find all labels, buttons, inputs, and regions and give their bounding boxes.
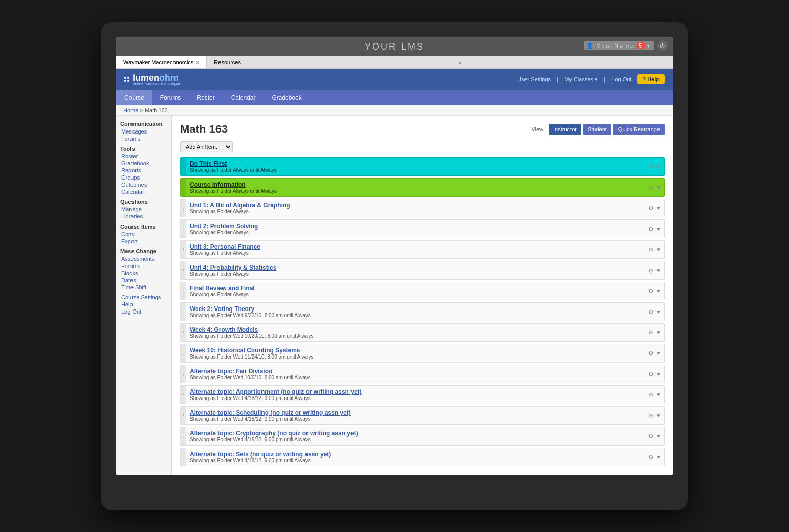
course-item-title-11[interactable]: Alternate topic: Apportionment (no quiz … xyxy=(190,388,641,395)
nav-forums[interactable]: Forums xyxy=(152,90,189,105)
chevron-down-icon-10[interactable]: ▼ xyxy=(656,371,661,377)
gear-icon-7[interactable]: ⚙ xyxy=(648,308,654,316)
sidebar-link-help[interactable]: Help xyxy=(120,301,167,307)
drag-handle-8[interactable]: ⋮ xyxy=(181,324,186,341)
drag-handle-14[interactable]: ⋮ xyxy=(181,448,186,466)
sidebar-link-logout[interactable]: Log Out xyxy=(120,308,167,315)
gear-icon-8[interactable]: ⚙ xyxy=(648,329,654,336)
sidebar-link-outcomes[interactable]: Outcomes xyxy=(120,182,167,188)
chevron-down-icon-8[interactable]: ▼ xyxy=(656,330,661,335)
gear-icon-0[interactable]: ⚙ xyxy=(648,163,654,170)
sidebar-link-reports[interactable]: Reports xyxy=(120,167,167,173)
chevron-down-icon-3[interactable]: ▼ xyxy=(656,226,661,232)
gear-icon-12[interactable]: ⚙ xyxy=(648,412,654,419)
course-item-title-14[interactable]: Alternate topic: Sets (no quiz or writin… xyxy=(190,451,641,458)
user-menu[interactable]: 👤 YourName 5 ▾ xyxy=(584,41,654,50)
course-item-title-5[interactable]: Unit 4: Probability & Statistics xyxy=(190,264,641,271)
gear-icon-9[interactable]: ⚙ xyxy=(648,350,654,357)
sidebar-link-libraries[interactable]: Libraries xyxy=(120,213,167,219)
drag-handle-12[interactable]: ⋮ xyxy=(181,407,186,424)
view-instructor-button[interactable]: Instructor xyxy=(549,124,581,135)
course-item-title-7[interactable]: Week 2: Voting Theory xyxy=(190,305,641,313)
sidebar-link-forums-mass[interactable]: Forums xyxy=(120,263,167,269)
course-item-title-3[interactable]: Unit 2: Problem Solving xyxy=(190,223,641,230)
gear-icon-2[interactable]: ⚙ xyxy=(648,205,654,212)
nav-roster[interactable]: Roster xyxy=(189,90,223,105)
sidebar-link-copy[interactable]: Copy xyxy=(120,231,167,237)
drag-handle-6[interactable]: ⋮ xyxy=(181,282,186,300)
chevron-down-icon-12[interactable]: ▼ xyxy=(656,413,661,418)
drag-handle-4[interactable]: ⋮ xyxy=(181,241,186,258)
course-item-subtitle-7: Showing as Folder Wed 9/22/10, 8:00 am u… xyxy=(190,313,641,318)
drag-handle-0[interactable]: ⋮ xyxy=(181,158,186,175)
sidebar-link-groups[interactable]: Groups xyxy=(120,174,167,181)
sidebar-link-gradebook[interactable]: Gradebook xyxy=(120,160,167,166)
sidebar-link-time-shift[interactable]: Time Shift xyxy=(120,284,167,290)
tab-close-icon[interactable]: ✕ xyxy=(195,60,199,65)
chevron-down-icon-2[interactable]: ▼ xyxy=(656,205,661,211)
add-item-select[interactable]: Add An Item... xyxy=(180,141,233,152)
nav-calendar[interactable]: Calendar xyxy=(223,90,264,105)
chevron-down-icon-5[interactable]: ▼ xyxy=(656,268,661,273)
sidebar-link-assessments[interactable]: Assessments xyxy=(120,256,167,262)
gear-icon-3[interactable]: ⚙ xyxy=(648,226,654,233)
view-quick-rearrange-button[interactable]: Quick Rearrange xyxy=(613,124,665,135)
drag-handle-3[interactable]: ⋮ xyxy=(181,220,186,238)
power-button[interactable]: ⏻ xyxy=(658,40,668,51)
course-item-title-6[interactable]: Final Review and Final xyxy=(190,285,641,292)
chevron-down-icon-7[interactable]: ▼ xyxy=(656,309,661,315)
gear-icon-10[interactable]: ⚙ xyxy=(648,371,654,378)
sidebar-link-export[interactable]: Export xyxy=(120,238,167,244)
my-classes-link[interactable]: My Classes ▾ xyxy=(564,76,598,83)
drag-handle-11[interactable]: ⋮ xyxy=(181,386,186,404)
chevron-down-icon-13[interactable]: ▼ xyxy=(656,433,661,439)
sidebar-link-roster[interactable]: Roster xyxy=(120,153,167,159)
course-item-title-8[interactable]: Week 4: Growth Models xyxy=(190,326,641,333)
gear-icon-14[interactable]: ⚙ xyxy=(648,454,654,461)
gear-icon-6[interactable]: ⚙ xyxy=(648,288,654,295)
gear-icon-11[interactable]: ⚙ xyxy=(648,391,654,398)
sidebar-link-calendar[interactable]: Calendar xyxy=(120,189,167,195)
tab-waymaker[interactable]: Waymaker Macroeconomics ✕ xyxy=(116,56,207,68)
view-student-button[interactable]: Student xyxy=(583,124,611,135)
drag-handle-7[interactable]: ⋮ xyxy=(181,303,186,321)
breadcrumb-home[interactable]: Home xyxy=(123,107,138,113)
user-settings-link[interactable]: User Settings xyxy=(517,76,551,82)
nav-course[interactable]: Course xyxy=(116,90,152,105)
gear-icon-13[interactable]: ⚙ xyxy=(648,433,654,440)
sidebar-link-dates[interactable]: Dates xyxy=(120,277,167,283)
drag-handle-1[interactable]: ⋮ xyxy=(181,179,186,196)
course-item-title-2[interactable]: Unit 1: A Bit of Algebra & Graphing xyxy=(190,202,641,209)
drag-handle-13[interactable]: ⋮ xyxy=(181,427,186,445)
course-item-title-1[interactable]: Course Information xyxy=(190,181,641,188)
drag-handle-10[interactable]: ⋮ xyxy=(181,365,186,383)
gear-icon-1[interactable]: ⚙ xyxy=(648,184,654,191)
course-item-title-0[interactable]: Do This First xyxy=(190,160,641,167)
sidebar-link-course-settings[interactable]: Course Settings xyxy=(120,294,167,300)
gear-icon-4[interactable]: ⚙ xyxy=(648,246,654,253)
chevron-down-icon-1[interactable]: ▼ xyxy=(656,185,661,190)
chevron-down-icon-4[interactable]: ▼ xyxy=(656,247,661,252)
course-item-title-4[interactable]: Unit 3: Personal Finance xyxy=(190,243,641,250)
sidebar-link-forums-comm[interactable]: Forums xyxy=(120,136,167,142)
nav-gradebook[interactable]: Gradebook xyxy=(264,90,310,105)
chevron-down-icon-11[interactable]: ▼ xyxy=(656,392,661,397)
logout-link[interactable]: Log Out xyxy=(611,76,631,82)
course-item-title-12[interactable]: Alternate topic: Scheduling (no quiz or … xyxy=(190,409,641,416)
course-item-title-9[interactable]: Week 10: Historical Counting Systems xyxy=(190,347,641,354)
drag-handle-2[interactable]: ⋮ xyxy=(181,199,186,217)
course-item-title-13[interactable]: Alternate topic: Cryptography (no quiz o… xyxy=(190,430,641,437)
chevron-down-icon-14[interactable]: ▼ xyxy=(656,454,661,460)
drag-handle-5[interactable]: ⋮ xyxy=(181,261,186,279)
chevron-down-icon-9[interactable]: ▼ xyxy=(656,350,661,356)
sidebar-link-manage[interactable]: Manage xyxy=(120,206,167,212)
help-button[interactable]: ? Help xyxy=(637,74,665,84)
drag-handle-9[interactable]: ⋮ xyxy=(181,344,186,362)
course-item-title-10[interactable]: Alternate topic: Fair Division xyxy=(190,368,641,375)
gear-icon-5[interactable]: ⚙ xyxy=(648,267,654,274)
sidebar-link-blocks[interactable]: Blocks xyxy=(120,270,167,276)
chevron-down-icon-0[interactable]: ▼ xyxy=(656,164,661,169)
tab-resources[interactable]: Resources xyxy=(207,56,248,68)
sidebar-link-messages[interactable]: Messages xyxy=(120,128,167,135)
chevron-down-icon-6[interactable]: ▼ xyxy=(656,288,661,294)
